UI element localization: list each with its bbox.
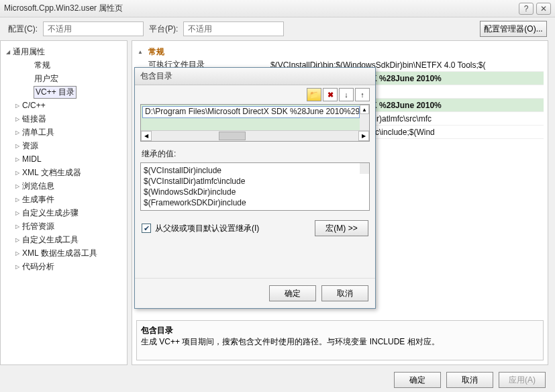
tree-item-label: 浏览信息: [22, 181, 54, 192]
platform-label: 平台(P):: [149, 23, 178, 35]
tree-item[interactable]: ▷生成事件: [3, 193, 124, 206]
expand-icon[interactable]: ▷: [15, 264, 22, 270]
inherit-checkbox[interactable]: ✔: [142, 224, 151, 233]
inherited-values-box: $(VCInstallDir)include$(VCInstallDir)atl…: [140, 162, 370, 211]
tree-item-label: 代码分析: [22, 261, 54, 273]
tree-item-label: XML 数据生成器工具: [22, 248, 97, 259]
scroll-right-icon[interactable]: ▶: [358, 131, 369, 141]
config-select[interactable]: 不适用: [43, 21, 144, 36]
desc-title: 包含目录: [141, 325, 539, 336]
tree-item[interactable]: ▷自定义生成步骤: [3, 206, 124, 219]
tree-item[interactable]: 用户宏: [3, 72, 124, 85]
apply-button[interactable]: 应用(A): [499, 372, 546, 388]
dialog-title: 包含目录: [135, 68, 375, 85]
config-row: 配置(C): 不适用 平台(P): 不适用 配置管理器(O)...: [0, 17, 555, 40]
new-folder-icon[interactable]: 📁: [307, 88, 321, 101]
inherited-value: $(FrameworkSDKDir)include: [144, 198, 366, 209]
tree-item[interactable]: ▷自定义生成工具: [3, 233, 124, 246]
paths-editbox[interactable]: D:\Program Files\Microsoft DirectX SDK %…: [140, 104, 370, 142]
window-title: Microsoft.Cpp.Win32.user 属性页: [4, 3, 516, 14]
horizontal-scrollbar[interactable]: ◀ ▶: [141, 130, 369, 141]
dialog-toolbar: 📁 ✖ ↓ ↑: [135, 85, 375, 104]
expand-icon[interactable]: ▷: [15, 170, 22, 176]
move-up-icon[interactable]: ↑: [355, 88, 370, 101]
tree-item-label: 自定义生成步骤: [22, 207, 79, 219]
tree-item-label: 通用属性: [13, 46, 45, 58]
tree-item[interactable]: VC++ 目录: [3, 85, 124, 99]
include-dirs-dialog: 包含目录 📁 ✖ ↓ ↑ D:\Program Files\Microsoft …: [134, 67, 376, 309]
expand-icon[interactable]: ▷: [15, 237, 22, 243]
ok-button[interactable]: 确定: [394, 372, 441, 388]
tree-item-label: 常规: [34, 60, 50, 71]
inherit-checkbox-label: 从父级或项目默认设置继承(I): [155, 223, 259, 234]
tree-item[interactable]: ▷资源: [3, 139, 124, 152]
tree-item-label: VC++ 目录: [34, 87, 76, 98]
scroll-up-icon[interactable]: ▲: [360, 105, 369, 114]
inherit-checkbox-row: ✔ 从父级或项目默认设置继承(I) 宏(M) >>: [142, 220, 368, 236]
tree-item-label: 链接器: [22, 113, 46, 125]
scroll-left-icon[interactable]: ◀: [141, 131, 152, 141]
tree-item[interactable]: ▷清单工具: [3, 126, 124, 139]
tree-item-label: 托管资源: [22, 221, 54, 232]
scroll-thumb[interactable]: [219, 132, 246, 140]
tree-item[interactable]: ▷托管资源: [3, 219, 124, 233]
nav-tree[interactable]: ◢通用属性常规用户宏VC++ 目录▷C/C++▷链接器▷清单工具▷资源▷MIDL…: [0, 40, 128, 365]
platform-select[interactable]: 不适用: [183, 21, 284, 36]
bottom-button-bar: 确定 取消 应用(A): [394, 372, 546, 388]
description-box: 包含目录 生成 VC++ 项目期间，搜索包含文件时使用的路径。与环境变量 INC…: [136, 320, 544, 360]
expand-icon[interactable]: ▷: [15, 250, 22, 256]
tree-item-label: 清单工具: [22, 127, 54, 138]
expand-icon[interactable]: ▷: [15, 143, 22, 149]
tree-item[interactable]: 常规: [3, 58, 124, 72]
dialog-ok-button[interactable]: 确定: [269, 285, 316, 301]
config-manager-button[interactable]: 配置管理器(O)...: [480, 21, 547, 37]
move-down-icon[interactable]: ↓: [339, 88, 354, 101]
tree-item-label: 用户宏: [34, 73, 58, 85]
expand-icon[interactable]: ▲: [138, 49, 144, 55]
expand-icon[interactable]: ▷: [15, 130, 22, 136]
close-button[interactable]: ✕: [536, 3, 551, 15]
inherited-label: 继承的值:: [142, 148, 368, 160]
collapse-icon[interactable]: ◢: [6, 49, 13, 55]
tree-item[interactable]: ▷XML 文档生成器: [3, 166, 124, 179]
help-button[interactable]: ?: [519, 3, 534, 15]
expand-icon[interactable]: ▷: [15, 156, 22, 162]
inherited-value: $(VCInstallDir)include: [144, 166, 366, 177]
expand-icon[interactable]: ▷: [15, 116, 22, 122]
group-header: 常规: [144, 45, 168, 59]
tree-item[interactable]: ◢通用属性: [3, 45, 124, 58]
inherited-value: $(VCInstallDir)atlmfc\include: [144, 177, 366, 187]
dialog-cancel-button[interactable]: 取消: [321, 285, 368, 301]
macros-button[interactable]: 宏(M) >>: [315, 220, 368, 236]
inherited-value: $(WindowsSdkDir)include: [144, 187, 366, 198]
expand-icon[interactable]: ▷: [15, 224, 22, 230]
inherited-scrollbar[interactable]: [360, 163, 369, 174]
tree-item-label: 资源: [22, 140, 38, 152]
expand-icon[interactable]: ▷: [15, 197, 22, 203]
tree-item-label: 生成事件: [22, 194, 54, 205]
tree-item[interactable]: ▷C/C++: [3, 99, 124, 112]
path-entry[interactable]: D:\Program Files\Microsoft DirectX SDK %…: [142, 106, 360, 118]
delete-icon[interactable]: ✖: [323, 88, 338, 101]
tree-item[interactable]: ▷链接器: [3, 112, 124, 126]
cancel-button[interactable]: 取消: [446, 372, 493, 388]
tree-item[interactable]: ▷代码分析: [3, 260, 124, 273]
dialog-button-row: 确定 取消: [135, 278, 375, 308]
tree-item-label: C/C++: [22, 101, 46, 110]
window-titlebar: Microsoft.Cpp.Win32.user 属性页 ? ✕: [0, 0, 555, 17]
tree-item[interactable]: ▷浏览信息: [3, 179, 124, 193]
tree-item-label: MIDL: [22, 154, 42, 164]
expand-icon[interactable]: ▷: [15, 210, 22, 216]
tree-item-label: 自定义生成工具: [22, 234, 79, 246]
expand-icon[interactable]: ▷: [15, 183, 22, 189]
tree-item[interactable]: ▷MIDL: [3, 152, 124, 166]
desc-body: 生成 VC++ 项目期间，搜索包含文件时使用的路径。与环境变量 INCLUDE …: [141, 336, 539, 348]
tree-item-label: XML 文档生成器: [22, 167, 81, 179]
expand-icon[interactable]: ▷: [15, 103, 22, 109]
config-label: 配置(C):: [8, 23, 38, 35]
tree-item[interactable]: ▷XML 数据生成器工具: [3, 246, 124, 260]
vertical-scrollbar[interactable]: ▲: [360, 105, 369, 130]
